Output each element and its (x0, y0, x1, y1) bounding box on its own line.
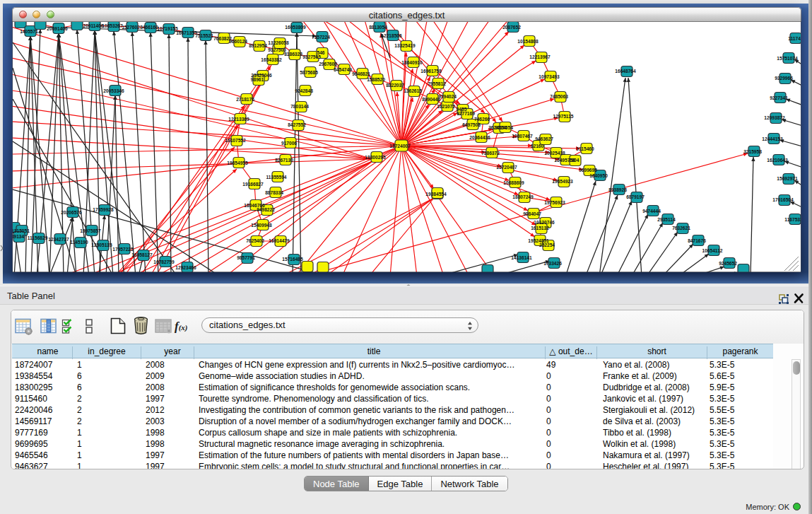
svg-text:10654112: 10654112 (702, 248, 723, 253)
svg-text:6879197: 6879197 (626, 194, 645, 199)
svg-text:16961758: 16961758 (420, 69, 442, 74)
svg-text:1145190: 1145190 (70, 240, 88, 245)
svg-text:9227341: 9227341 (770, 95, 788, 100)
svg-text:1405571: 1405571 (20, 29, 38, 34)
svg-text:16914479: 16914479 (269, 238, 290, 243)
svg-text:16671355: 16671355 (176, 30, 197, 35)
svg-text:3024554: 3024554 (495, 125, 513, 130)
svg-text:8878334: 8878334 (265, 190, 283, 195)
svg-text:7485063: 7485063 (550, 94, 568, 99)
svg-text:9660124: 9660124 (229, 39, 247, 44)
svg-text:19756923: 19756923 (544, 200, 565, 205)
svg-text:2967608: 2967608 (319, 62, 337, 66)
svg-text:1640950: 1640950 (589, 173, 608, 178)
svg-text:18724007: 18724007 (389, 144, 411, 148)
svg-text:15751074: 15751074 (777, 56, 798, 61)
svg-text:16107552: 16107552 (225, 138, 246, 143)
svg-text:17359928: 17359928 (93, 207, 114, 212)
svg-text:12218506: 12218506 (381, 33, 402, 38)
svg-text:17957225: 17957225 (112, 247, 134, 252)
svg-text:8822037: 8822037 (386, 83, 404, 88)
svg-text:7357224: 7357224 (312, 35, 330, 40)
svg-text:16053809: 16053809 (285, 25, 306, 30)
svg-text:1315051: 1315051 (13, 228, 30, 233)
svg-text:9646821: 9646821 (352, 71, 370, 76)
svg-text:16210643: 16210643 (767, 158, 788, 163)
svg-text:546: 546 (317, 50, 324, 55)
svg-text:8267130: 8267130 (275, 158, 293, 163)
svg-text:7515521: 7515521 (195, 33, 213, 38)
svg-text:19166827: 19166827 (242, 182, 264, 187)
svg-text:1527602: 1527602 (122, 25, 140, 30)
svg-text:13325419: 13325419 (394, 43, 416, 48)
svg-text:9115460: 9115460 (576, 146, 594, 151)
svg-text:18300295: 18300295 (365, 155, 386, 160)
svg-text:9463627: 9463627 (535, 136, 553, 141)
svg-text:11174: 11174 (788, 36, 801, 41)
svg-text:9699695: 9699695 (579, 168, 597, 173)
svg-text:2087652: 2087652 (502, 25, 521, 30)
svg-text:9857791: 9857791 (237, 255, 255, 260)
svg-text:7386372: 7386372 (481, 151, 500, 156)
svg-text:14136141: 14136141 (511, 255, 532, 260)
svg-text:2718176: 2718176 (236, 97, 254, 102)
svg-text:9327505: 9327505 (302, 54, 321, 59)
svg-text:1733426: 1733426 (543, 261, 562, 266)
svg-text:746266: 746266 (474, 117, 490, 122)
svg-text:17016504: 17016504 (772, 197, 794, 202)
svg-text:7803144: 7803144 (290, 104, 309, 109)
svg-text:8427552: 8427552 (288, 122, 306, 127)
svg-text:98961: 98961 (251, 77, 264, 82)
svg-text:20691406: 20691406 (47, 26, 68, 31)
svg-text:8912954: 8912954 (249, 43, 267, 48)
svg-text:16782759: 16782759 (153, 259, 175, 264)
svg-text:10154808: 10154808 (517, 39, 539, 44)
svg-text:12923466: 12923466 (175, 265, 196, 270)
svg-text:13226058: 13226058 (268, 40, 289, 45)
svg-text:252254: 252254 (539, 243, 555, 247)
svg-text:7904: 7904 (569, 158, 579, 163)
svg-text:12213967: 12213967 (529, 54, 551, 59)
svg-text:10973493: 10973493 (539, 74, 560, 79)
svg-text:9777169: 9777169 (457, 111, 475, 116)
svg-text:9474444: 9474444 (642, 209, 661, 214)
svg-text:7632621: 7632621 (672, 226, 690, 230)
svg-text:9084047: 9084047 (523, 211, 541, 216)
svg-text:16543382: 16543382 (261, 57, 282, 62)
svg-text:10719155: 10719155 (157, 26, 178, 31)
svg-text:20206576: 20206576 (61, 210, 82, 215)
svg-text:2935114: 2935114 (657, 217, 676, 222)
svg-text:10807467: 10807467 (512, 134, 533, 139)
svg-text:11156829: 11156829 (28, 235, 48, 240)
svg-text:12213369: 12213369 (228, 117, 249, 122)
svg-text:1615132: 1615132 (531, 226, 549, 230)
svg-text:12505135: 12505135 (91, 243, 112, 247)
svg-text:9329966: 9329966 (775, 76, 793, 81)
svg-text:6497508: 6497508 (462, 122, 481, 127)
svg-text:10958127: 10958127 (131, 252, 153, 257)
svg-text:8466160: 8466160 (140, 25, 158, 30)
svg-text:20364436: 20364436 (469, 135, 490, 140)
svg-text:917006: 917006 (281, 141, 297, 146)
svg-text:15720407: 15720407 (496, 165, 517, 170)
svg-text:12093872: 12093872 (764, 115, 785, 120)
svg-text:10853267: 10853267 (102, 23, 123, 28)
svg-text:15716485: 15716485 (282, 257, 303, 262)
svg-text:15409948: 15409948 (251, 223, 272, 228)
svg-text:19975857: 19975857 (80, 228, 101, 233)
svg-text:20053346: 20053346 (103, 88, 124, 93)
svg-text:15692971: 15692971 (777, 176, 798, 181)
svg-text:3215958: 3215958 (743, 149, 762, 154)
svg-text:19384554: 19384554 (425, 192, 447, 197)
svg-text:10120746: 10120746 (534, 220, 555, 225)
svg-text:12975115: 12975115 (553, 114, 574, 119)
svg-text:8813054: 8813054 (369, 25, 387, 30)
svg-text:8471676: 8471676 (688, 238, 706, 243)
svg-text:8186328: 8186328 (284, 52, 302, 57)
svg-text:9242848: 9242848 (295, 88, 313, 93)
svg-text:20911406: 20911406 (83, 23, 104, 28)
svg-text:12342737: 12342737 (48, 237, 69, 242)
svg-text:10688609: 10688609 (503, 180, 524, 185)
svg-text:9498222: 9498222 (257, 207, 275, 212)
svg-text:7625402: 7625402 (246, 238, 264, 243)
